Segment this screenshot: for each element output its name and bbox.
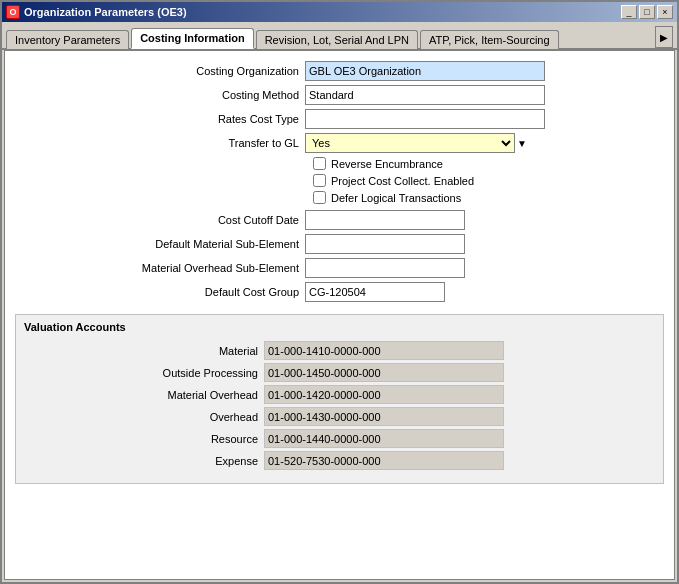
project-cost-label: Project Cost Collect. Enabled [331, 175, 474, 187]
val-material-row: Material [24, 341, 655, 360]
tab-inventory[interactable]: Inventory Parameters [6, 30, 129, 49]
default-cost-group-row: Default Cost Group [15, 282, 664, 302]
costing-method-row: Costing Method [15, 85, 664, 105]
material-overhead-label: Material Overhead Sub-Element [15, 262, 305, 274]
costing-org-row: Costing Organization [15, 61, 664, 81]
tab-costing[interactable]: Costing Information [131, 28, 254, 49]
default-cost-group-input[interactable] [305, 282, 445, 302]
val-expense-row: Expense [24, 451, 655, 470]
reverse-encumbrance-label: Reverse Encumbrance [331, 158, 443, 170]
val-expense-label: Expense [24, 455, 264, 467]
costing-org-label: Costing Organization [15, 65, 305, 77]
rates-cost-type-row: Rates Cost Type [15, 109, 664, 129]
val-outside-processing-input[interactable] [264, 363, 504, 382]
val-material-overhead-input[interactable] [264, 385, 504, 404]
val-outside-processing-row: Outside Processing [24, 363, 655, 382]
val-outside-processing-label: Outside Processing [24, 367, 264, 379]
minimize-button[interactable]: _ [621, 5, 637, 19]
transfer-gl-label: Transfer to GL [15, 137, 305, 149]
costing-form: Costing Organization Costing Method Rate… [15, 61, 664, 302]
tabs-row: Inventory Parameters Costing Information… [2, 22, 677, 50]
main-window: O Organization Parameters (OE3) _ □ × In… [0, 0, 679, 584]
title-bar: O Organization Parameters (OE3) _ □ × [2, 2, 677, 22]
window-controls: _ □ × [621, 5, 673, 19]
material-overhead-input[interactable] [305, 258, 465, 278]
val-material-overhead-label: Material Overhead [24, 389, 264, 401]
costing-org-input[interactable] [305, 61, 545, 81]
costing-method-label: Costing Method [15, 89, 305, 101]
rates-cost-type-input[interactable] [305, 109, 545, 129]
val-material-label: Material [24, 345, 264, 357]
val-overhead-input[interactable] [264, 407, 504, 426]
cost-cutoff-date-row: Cost Cutoff Date [15, 210, 664, 230]
close-button[interactable]: × [657, 5, 673, 19]
rates-cost-type-label: Rates Cost Type [15, 113, 305, 125]
valuation-title: Valuation Accounts [24, 321, 655, 333]
transfer-gl-dropdown-icon[interactable]: ▼ [517, 138, 527, 149]
val-overhead-label: Overhead [24, 411, 264, 423]
title-bar-left: O Organization Parameters (OE3) [6, 5, 187, 19]
valuation-section: Valuation Accounts Material Outside Proc… [15, 314, 664, 484]
default-material-input[interactable] [305, 234, 465, 254]
reverse-encumbrance-row: Reverse Encumbrance [313, 157, 664, 170]
transfer-gl-select[interactable]: Yes No [305, 133, 515, 153]
tab-atp[interactable]: ATP, Pick, Item-Sourcing [420, 30, 559, 49]
app-icon: O [6, 5, 20, 19]
material-overhead-row: Material Overhead Sub-Element [15, 258, 664, 278]
val-expense-input[interactable] [264, 451, 504, 470]
costing-method-input[interactable] [305, 85, 545, 105]
tab-revision[interactable]: Revision, Lot, Serial And LPN [256, 30, 418, 49]
restore-button[interactable]: □ [639, 5, 655, 19]
defer-logical-checkbox[interactable] [313, 191, 326, 204]
default-cost-group-label: Default Cost Group [15, 286, 305, 298]
default-material-label: Default Material Sub-Element [15, 238, 305, 250]
val-resource-row: Resource [24, 429, 655, 448]
cost-cutoff-date-input[interactable] [305, 210, 465, 230]
cost-cutoff-date-label: Cost Cutoff Date [15, 214, 305, 226]
val-resource-input[interactable] [264, 429, 504, 448]
transfer-gl-row: Transfer to GL Yes No ▼ [15, 133, 664, 153]
project-cost-checkbox[interactable] [313, 174, 326, 187]
project-cost-row: Project Cost Collect. Enabled [313, 174, 664, 187]
val-material-overhead-row: Material Overhead [24, 385, 655, 404]
reverse-encumbrance-checkbox[interactable] [313, 157, 326, 170]
val-resource-label: Resource [24, 433, 264, 445]
val-overhead-row: Overhead [24, 407, 655, 426]
val-material-input[interactable] [264, 341, 504, 360]
defer-logical-label: Defer Logical Transactions [331, 192, 461, 204]
tab-scroll-arrow[interactable]: ▶ [655, 26, 673, 48]
defer-logical-row: Defer Logical Transactions [313, 191, 664, 204]
content-area: Costing Organization Costing Method Rate… [4, 50, 675, 580]
window-title: Organization Parameters (OE3) [24, 6, 187, 18]
default-material-row: Default Material Sub-Element [15, 234, 664, 254]
